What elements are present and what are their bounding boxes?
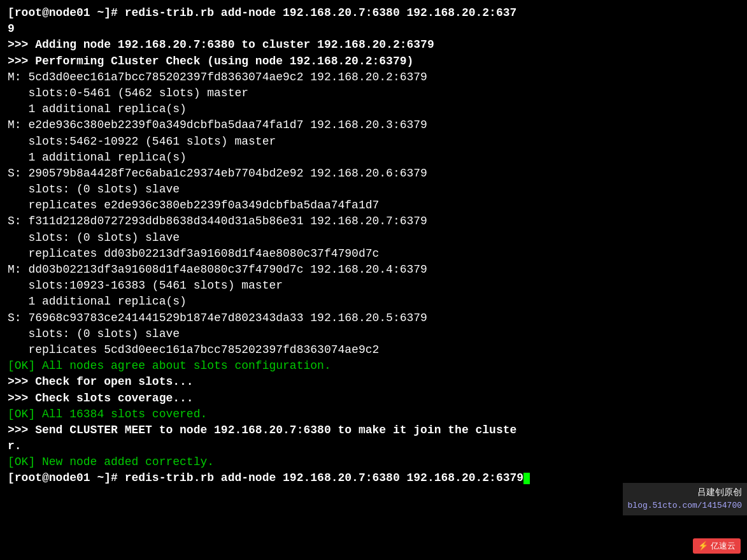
terminal: [root@node01 ~]# redis-trib.rb add-node … [0,0,747,560]
terminal-line: slots:0-5461 (5462 slots) master [8,85,739,101]
terminal-line: 1 additional replica(s) [8,101,739,117]
terminal-line: slots: (0 slots) slave [8,182,739,197]
terminal-line: 1 additional replica(s) [8,150,739,166]
terminal-line: M: e2de936c380eb2239f0a349dcbfba5daa74fa… [8,117,739,133]
terminal-line: [root@node01 ~]# redis-trib.rb add-node … [8,5,739,21]
watermark-url: blog.51cto.com/14154700 [628,499,742,513]
watermark: 吕建钊原创 blog.51cto.com/14154700 [623,483,747,515]
terminal-line: >>> Check slots coverage... [8,391,739,406]
terminal-line: >>> Adding node 192.168.20.7:6380 to clu… [8,37,739,53]
terminal-line: M: dd03b02213df3a91608d1f4ae8080c37f4790… [8,262,739,278]
yisuyun-badge: 亿速云 [693,538,741,554]
terminal-line: >>> Performing Cluster Check (using node… [8,54,739,69]
terminal-cursor [523,473,530,484]
terminal-line: slots: (0 slots) slave [8,326,739,342]
terminal-line: S: f311d2128d0727293ddb8638d3440d31a5b86… [8,213,739,229]
terminal-line: slots: (0 slots) slave [8,230,739,246]
terminal-line: replicates 5cd3d0eec161a7bcc785202397fd8… [8,342,739,358]
terminal-line: S: 76968c93783ce241441529b1874e7d802343d… [8,310,739,326]
terminal-line: >>> Check for open slots... [8,374,739,390]
terminal-line: slots:5462-10922 (5461 slots) master [8,134,739,150]
terminal-line: 9 [8,21,739,37]
terminal-line: slots:10923-16383 (5461 slots) master [8,278,739,294]
terminal-line: r. [8,438,739,454]
watermark-title: 吕建钊原创 [628,485,742,499]
terminal-line: [OK] New node added correctly. [8,454,739,470]
terminal-line: replicates dd03b02213df3a91608d1f4ae8080… [8,246,739,262]
terminal-line: 1 additional replica(s) [8,294,739,310]
terminal-line: M: 5cd3d0eec161a7bcc785202397fd8363074ae… [8,69,739,85]
terminal-line: [OK] All 16384 slots covered. [8,406,739,422]
terminal-line: >>> Send CLUSTER MEET to node 192.168.20… [8,422,739,438]
terminal-line: [OK] All nodes agree about slots configu… [8,358,739,374]
terminal-line: S: 290579b8a4428f7ec6aba1c29374eb7704bd2… [8,166,739,182]
terminal-line: replicates e2de936c380eb2239f0a349dcbfba… [8,197,739,213]
